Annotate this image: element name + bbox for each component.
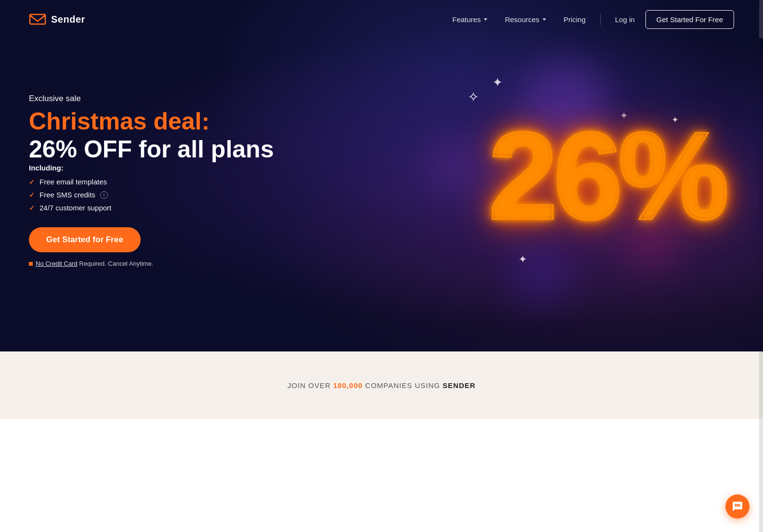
scrollbar[interactable] [759, 0, 763, 419]
chevron-icon [542, 18, 546, 21]
feature-text: Free email templates [39, 178, 107, 186]
companies-text: JOIN OVER 180,000 COMPANIES USING SENDER [288, 381, 476, 389]
nav-links: Features Resources Pricing Log in Get St… [446, 10, 734, 29]
sparkle-icon-4: ✦ [518, 254, 527, 265]
logo-icon [29, 13, 46, 26]
sparkle-icon-1: ✦ [492, 76, 503, 89]
bullet-dot [29, 262, 33, 266]
nav-divider [600, 13, 601, 25]
check-icon: ✓ [29, 178, 35, 186]
neon-discount-number: 26% [488, 113, 724, 238]
nav-features[interactable]: Features [446, 12, 494, 27]
headline-orange: Christmas deal: [29, 108, 210, 135]
headline-white: 26% OFF for all plans [29, 136, 274, 163]
list-item: ✓ Free SMS credits i [29, 191, 274, 199]
check-icon: ✓ [29, 204, 35, 212]
hero-section: ✦ ✦ ✦ ✦ ✧ 26% Exclusive sale Christmas d… [0, 0, 763, 351]
features-list: ✓ Free email templates ✓ Free SMS credit… [29, 178, 274, 212]
companies-strip: JOIN OVER 180,000 COMPANIES USING SENDER [0, 351, 763, 419]
nav-resources[interactable]: Resources [498, 12, 553, 27]
no-credit-card-notice: No Credit Card Required. Cancel Anytime. [29, 260, 274, 267]
nav-pricing[interactable]: Pricing [557, 12, 592, 27]
decorative-blob-4 [435, 144, 474, 183]
feature-text: 24/7 customer support [39, 204, 111, 212]
hero-content: Exclusive sale Christmas deal: 26% OFF f… [0, 55, 303, 296]
companies-suffix: COMPANIES USING [363, 381, 443, 389]
no-cc-rest-text: Required. Cancel Anytime. [78, 260, 154, 267]
list-item: ✓ Free email templates [29, 178, 274, 186]
logo-text: Sender [51, 14, 85, 25]
hero-headline: Christmas deal: 26% OFF for all plans [29, 108, 274, 164]
nav-cta-button[interactable]: Get Started For Free [645, 10, 734, 29]
navbar: Sender Features Resources Pricing Log in… [0, 0, 763, 39]
chevron-icon [484, 18, 487, 21]
companies-prefix: JOIN OVER [288, 381, 333, 389]
no-credit-card-link[interactable]: No Credit Card [36, 260, 78, 267]
including-label: Including: [29, 164, 274, 172]
exclusive-sale-label: Exclusive sale [29, 94, 274, 104]
companies-number: 180,000 [333, 381, 363, 389]
check-icon: ✓ [29, 191, 35, 199]
logo-link[interactable]: Sender [29, 13, 85, 26]
info-icon[interactable]: i [100, 191, 108, 199]
nav-login[interactable]: Log in [608, 12, 642, 27]
companies-brand: SENDER [443, 381, 476, 389]
list-item: ✓ 24/7 customer support [29, 204, 274, 212]
diamond-icon: ✧ [468, 89, 479, 105]
hero-cta-button[interactable]: Get Started for Free [29, 227, 141, 252]
feature-text: Free SMS credits [39, 191, 95, 199]
